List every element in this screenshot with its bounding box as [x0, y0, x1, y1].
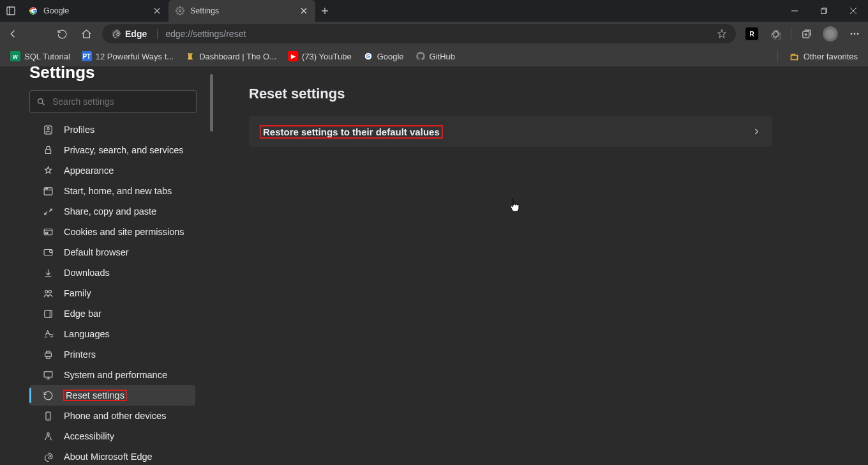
tab-title: Settings [190, 6, 219, 15]
nav-label: Reset settings [64, 390, 126, 400]
profile-avatar[interactable] [818, 22, 842, 46]
svg-point-23 [38, 98, 43, 103]
bookmark-label: Dashboard | The O... [199, 52, 276, 61]
bookmark-label: (73) YouTube [302, 52, 352, 61]
sidebar-item-edge-bar[interactable]: Edge bar [29, 303, 195, 324]
bookmark-google[interactable]: G Google [359, 47, 408, 65]
search-input[interactable] [52, 96, 190, 107]
svg-rect-0 [7, 7, 15, 15]
sidebar-item-start-home-and-new-tabs[interactable]: Start, home, and new tabs [29, 181, 195, 201]
pt-icon: PT [82, 51, 92, 61]
nav-label: Downloads [64, 268, 110, 278]
sidebar-item-phone-and-other-devices[interactable]: Phone and other devices [29, 406, 195, 426]
svg-point-39 [45, 290, 47, 293]
back-button[interactable] [1, 22, 26, 46]
settings-sidebar: Settings ProfilesPrivacy, search, and se… [0, 66, 217, 465]
w3-icon: w [10, 51, 20, 61]
nav-icon [42, 390, 54, 401]
other-favorites-button[interactable]: 🗀 Other favorites [786, 47, 862, 65]
extensions-icon[interactable] [764, 22, 788, 46]
nav-icon [42, 267, 54, 278]
sidebar-item-share-copy-and-paste[interactable]: Share, copy and paste [29, 201, 195, 222]
svg-line-24 [42, 103, 44, 105]
other-favorites-label: Other favorites [804, 52, 858, 61]
nav-icon [42, 226, 54, 238]
sidebar-item-about-microsoft-edge[interactable]: About Microsoft Edge [29, 446, 195, 465]
tab-actions-button[interactable] [0, 0, 22, 22]
svg-rect-44 [45, 353, 51, 356]
bookmark-github[interactable]: GitHub [412, 47, 459, 65]
bookmark-label: SQL Tutorial [24, 52, 70, 61]
svg-point-5 [179, 10, 181, 12]
svg-point-52 [47, 432, 49, 435]
sidebar-item-reset-settings[interactable]: Reset settings [29, 385, 195, 406]
tab-google[interactable]: Google [22, 0, 168, 22]
favorite-star-icon[interactable] [717, 29, 727, 39]
sidebar-item-languages[interactable]: 字Languages [29, 324, 195, 344]
edge-logo-icon [111, 29, 121, 39]
forward-button [26, 22, 50, 46]
sidebar-item-family[interactable]: Family [29, 283, 195, 303]
sidebar-item-accessibility[interactable]: Accessibility [29, 426, 195, 446]
close-tab-icon[interactable] [152, 6, 162, 16]
extension-badge[interactable]: R [740, 22, 764, 46]
youtube-icon: ▶ [288, 51, 298, 61]
window-controls [780, 0, 868, 22]
sidebar-item-profiles[interactable]: Profiles [29, 119, 195, 140]
sidebar-item-appearance[interactable]: Appearance [29, 160, 195, 181]
sidebar-item-privacy-search-and-services[interactable]: Privacy, search, and services [29, 140, 195, 160]
home-button[interactable] [74, 22, 98, 46]
scrollbar-thumb[interactable] [210, 74, 213, 132]
settings-favicon-icon [175, 6, 185, 16]
nav-label: Accessibility [64, 431, 114, 441]
close-tab-icon[interactable] [299, 6, 309, 16]
minimize-button[interactable] [780, 0, 809, 22]
svg-point-19 [854, 33, 856, 35]
search-icon [36, 97, 46, 107]
nav-icon [42, 124, 54, 135]
svg-point-26 [47, 127, 49, 130]
sidebar-item-printers[interactable]: Printers [29, 344, 195, 365]
sidebar-item-system-and-performance[interactable]: System and performance [29, 365, 195, 385]
maximize-button[interactable] [809, 0, 839, 22]
svg-rect-41 [44, 310, 51, 317]
google-favicon-icon [28, 6, 38, 16]
search-settings-field[interactable] [29, 90, 197, 113]
menu-button[interactable] [842, 22, 867, 46]
restore-defaults-card[interactable]: Restore settings to their default values [249, 116, 772, 147]
nav-label: Family [64, 288, 91, 298]
nav-icon [42, 144, 54, 156]
sidebar-item-cookies-and-site-permissions[interactable]: Cookies and site permissions [29, 222, 195, 242]
nav-icon [42, 410, 54, 422]
nav-icon [42, 369, 54, 381]
chevron-right-icon [752, 127, 761, 136]
svg-point-20 [857, 33, 859, 35]
tab-settings[interactable]: Settings [168, 0, 315, 22]
svg-text:字: 字 [50, 333, 54, 338]
sidebar-item-downloads[interactable]: Downloads [29, 263, 195, 283]
nav-label: Share, copy and paste [64, 206, 156, 217]
odin-icon: ♜ [185, 51, 195, 61]
nav-label: Appearance [64, 165, 114, 176]
collections-icon[interactable] [794, 22, 818, 46]
bookmark-label: GitHub [430, 52, 455, 61]
new-tab-button[interactable] [315, 1, 334, 20]
address-bar[interactable]: Edge edge://settings/reset [102, 24, 736, 43]
bookmark-youtube[interactable]: ▶ (73) YouTube [284, 47, 355, 65]
nav-label: Privacy, search, and services [64, 145, 184, 155]
svg-point-18 [851, 33, 853, 35]
refresh-button[interactable] [50, 22, 74, 46]
nav-icon [42, 287, 54, 299]
svg-rect-34 [45, 232, 48, 233]
nav-label: Phone and other devices [64, 411, 166, 421]
nav-label: Cookies and site permissions [64, 227, 184, 237]
close-window-button[interactable] [839, 0, 868, 22]
separator [777, 51, 778, 61]
separator [791, 27, 791, 40]
sidebar-item-default-browser[interactable]: Default browser [29, 242, 195, 263]
pointer-cursor-icon [509, 198, 520, 212]
nav-icon [42, 247, 54, 258]
nav-icon [42, 185, 54, 197]
folder-icon: 🗀 [789, 51, 800, 61]
google-icon: G [363, 51, 373, 61]
